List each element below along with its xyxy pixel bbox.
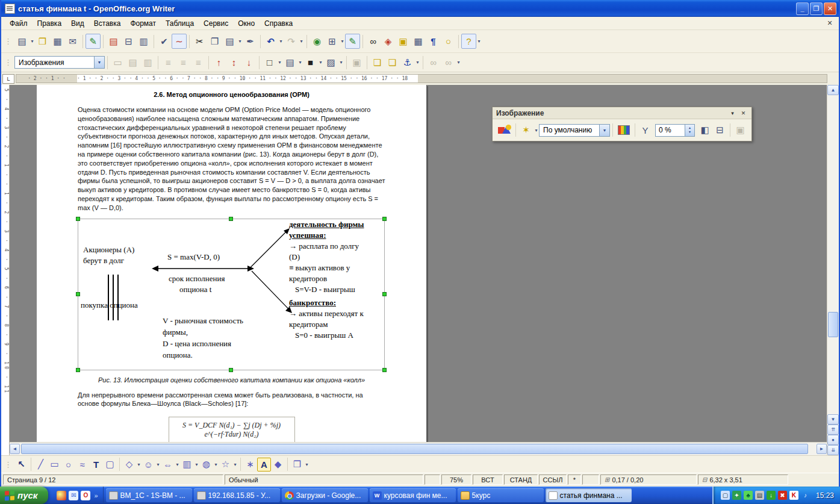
page-preview-icon[interactable]: ▥	[136, 34, 151, 49]
vertical-scroll-thumb[interactable]	[828, 312, 838, 337]
text-box-icon[interactable]: T	[89, 458, 103, 471]
extrusion-icon[interactable]: ❒	[290, 458, 304, 471]
from-file-icon[interactable]	[498, 125, 511, 135]
tray-network-icon[interactable]: ▢	[721, 491, 730, 500]
stars-icon[interactable]: ☆	[219, 458, 232, 471]
new-dropdown-icon[interactable]: ▾	[30, 39, 35, 44]
background-color-icon[interactable]: ▨	[323, 55, 338, 70]
line-icon[interactable]: ╱	[34, 458, 48, 471]
align-right-icon[interactable]: ≡	[191, 55, 206, 70]
bring-to-front-icon[interactable]: ❏	[370, 55, 385, 70]
toolbar-overflow-icon[interactable]: ▾	[476, 39, 482, 44]
navigation-icon[interactable]: ●	[827, 435, 839, 445]
menu-insert[interactable]: Вставка	[89, 18, 126, 29]
redo-icon[interactable]: ↷	[284, 34, 299, 49]
task-word-kursovaya[interactable]: W курсовая фин ме...	[370, 488, 456, 502]
status-selection-mode[interactable]: СТАНД	[504, 474, 538, 485]
minimize-button[interactable]: _	[796, 2, 809, 15]
frame-properties-icon[interactable]: ▣	[733, 123, 748, 138]
scroll-left-icon[interactable]: ◄	[10, 444, 20, 454]
ellipse-icon[interactable]: ○	[61, 458, 75, 471]
insert-table-icon[interactable]: ⊞	[325, 34, 340, 49]
close-document-icon[interactable]: ✕	[824, 18, 835, 29]
menu-format[interactable]: Формат	[125, 18, 161, 29]
vertical-scrollbar[interactable]: ▲ ▼ ⇈ ● ⇊	[827, 85, 839, 455]
tray-download-icon[interactable]: ↓	[767, 491, 776, 500]
export-pdf-icon[interactable]: ▤	[106, 34, 121, 49]
figure-frame[interactable]: Акционеры (А) берут в долг S = max(V-D, …	[78, 219, 385, 370]
vertical-ruler[interactable]: 5 · 4 · 3 · 2 · 1 · · 1 · 2 · 3 · 4 · 5 …	[1, 85, 10, 455]
basic-shapes-dropdown-icon[interactable]: ▾	[136, 462, 142, 467]
flowchart-dropdown-icon[interactable]: ▾	[194, 462, 199, 467]
filter-dropdown-icon[interactable]: ▾	[534, 128, 539, 133]
text-animation-icon[interactable]: ▢	[103, 458, 117, 471]
quicklaunch-opera-icon[interactable]: O	[81, 491, 90, 500]
background-color-dropdown-icon[interactable]: ▾	[338, 60, 344, 65]
paste-dropdown-icon[interactable]: ▾	[237, 39, 243, 44]
tray-network-error-icon[interactable]: ✖	[778, 491, 787, 500]
ruler-margin-zone[interactable]: · 2 · · 1 · ·	[16, 75, 77, 82]
copy-icon[interactable]: ❐	[207, 34, 222, 49]
palette-title-bar[interactable]: Изображение ▾ ✕	[493, 107, 751, 119]
vertical-scroll-track[interactable]	[827, 95, 839, 414]
tray-clock[interactable]: 15:23	[816, 491, 834, 500]
status-insert-mode[interactable]: ВСТ	[473, 474, 503, 485]
undo-dropdown-icon[interactable]: ▾	[278, 39, 284, 44]
transparency-spinner[interactable]: 0 % ▴ ▾	[655, 124, 695, 137]
email-icon[interactable]: ✉	[65, 34, 80, 49]
menu-window[interactable]: Окно	[233, 18, 260, 29]
unlink-frames-icon[interactable]: ∞	[441, 55, 456, 70]
tray-messenger-icon[interactable]: ✦	[732, 491, 741, 500]
gallery-icon[interactable]: ▣	[396, 34, 411, 49]
block-arrows-icon[interactable]: ⇔	[161, 458, 175, 471]
menu-edit[interactable]: Правка	[33, 18, 67, 29]
toolbar-grip[interactable]: ⋮	[4, 58, 12, 67]
quicklaunch-mail-icon[interactable]: ✉	[69, 491, 78, 500]
frame-style-combo[interactable]: Изображения ▾	[14, 56, 105, 69]
tray-kaspersky-icon[interactable]: K	[789, 491, 798, 500]
open-icon[interactable]: ❒	[35, 34, 50, 49]
zoom-icon[interactable]: ○	[441, 34, 456, 49]
menu-tools[interactable]: Сервис	[199, 18, 233, 29]
autospellcheck-icon[interactable]: ∼	[172, 34, 187, 49]
tray-printer-icon[interactable]: ▤	[755, 491, 764, 500]
flip-horizontal-icon[interactable]: ◧	[697, 123, 712, 138]
scroll-up-icon[interactable]: ▲	[827, 85, 839, 95]
status-page-style[interactable]: Обычный	[225, 474, 423, 485]
navigator-icon[interactable]: ◈	[381, 34, 396, 49]
basic-shapes-icon[interactable]: ◇	[122, 458, 136, 471]
symbol-shapes-icon[interactable]: ☺	[142, 458, 155, 471]
undo-icon[interactable]: ↶	[263, 34, 278, 49]
anchor-icon[interactable]: ⚓	[400, 55, 415, 70]
color-icon[interactable]	[618, 125, 630, 135]
palette-menu-icon[interactable]: ▾	[728, 108, 737, 117]
cut-icon[interactable]: ✂	[192, 34, 207, 49]
format-paintbrush-icon[interactable]: ✒	[243, 34, 258, 49]
ruler-text-zone[interactable]: · 1 · · 2 · · 3 · · 4 · · 5 · · 6 · · 7 …	[77, 75, 418, 82]
draw-functions-icon[interactable]: ✎	[345, 34, 360, 49]
graphics-mode-dropdown-icon[interactable]: ▾	[599, 125, 609, 136]
task-bm1c[interactable]: BM_1C - 1S-BM - ...	[106, 488, 192, 502]
wrap-off-icon[interactable]: ▭	[110, 55, 125, 70]
tray-volume-icon[interactable]: ♪	[801, 491, 810, 500]
edit-points-icon[interactable]: ∗	[243, 458, 257, 471]
callouts-dropdown-icon[interactable]: ▾	[213, 462, 219, 467]
border-style-icon[interactable]: ▤	[282, 55, 297, 70]
symbol-shapes-dropdown-icon[interactable]: ▾	[155, 462, 161, 467]
toolbar-overflow-icon[interactable]: ▾	[304, 462, 310, 467]
paste-icon[interactable]: ▤	[222, 34, 237, 49]
freeform-line-icon[interactable]: ≈	[75, 458, 89, 471]
link-frames-icon[interactable]: ∞	[426, 55, 441, 70]
scroll-down-icon[interactable]: ▼	[827, 414, 839, 425]
tab-stop-type-button[interactable]: L	[2, 74, 14, 84]
anchor-dropdown-icon[interactable]: ▾	[415, 60, 420, 65]
flowchart-icon[interactable]: ▥	[180, 458, 194, 471]
status-hyperlink-mode[interactable]: ССЫЛ	[539, 474, 567, 485]
status-page[interactable]: Страница 9 / 12	[3, 474, 223, 485]
tray-qip-icon[interactable]: ♣	[744, 491, 753, 500]
close-button[interactable]: ✕	[824, 2, 836, 15]
align-bottom-icon[interactable]: ↓	[241, 55, 257, 70]
quicklaunch-overflow-icon[interactable]: »	[94, 492, 98, 499]
quicklaunch-browser-icon[interactable]	[57, 491, 66, 500]
menu-help[interactable]: Справка	[260, 18, 297, 29]
